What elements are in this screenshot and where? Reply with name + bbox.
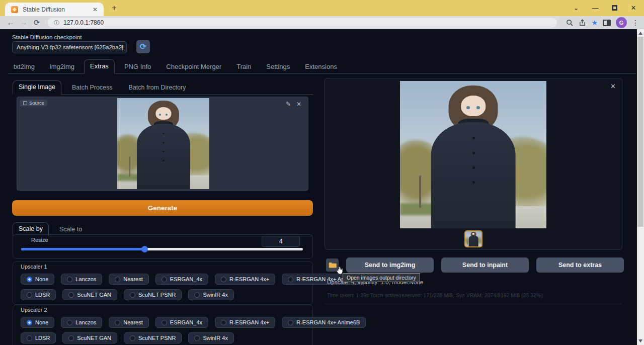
- minimize-button[interactable]: —: [588, 2, 603, 14]
- resize-value-input[interactable]: 4: [262, 236, 300, 247]
- checkpoint-label: Stable Diffusion checkpoint: [12, 34, 82, 40]
- upscaler1-option-r-esrgan-4x[interactable]: R-ESRGAN 4x+: [215, 274, 275, 285]
- option-label: None: [35, 276, 48, 282]
- menu-dots-icon[interactable]: ⋮: [632, 19, 639, 27]
- page-scrollbar[interactable]: [637, 29, 644, 345]
- upscaler1-option-scunet-gan[interactable]: ScuNET GAN: [62, 289, 117, 300]
- radio-icon: [27, 335, 32, 341]
- upscaler2-option-none[interactable]: None: [21, 317, 54, 328]
- radio-icon: [68, 292, 74, 298]
- share-icon[interactable]: [579, 19, 586, 27]
- upscaler1-options-row1: NoneLanczosNearestESRGAN_4xR-ESRGAN 4x+R…: [21, 274, 366, 285]
- address-bar[interactable]: ⓘ 127.0.0.1:7860: [48, 18, 557, 28]
- resize-slider[interactable]: [21, 248, 303, 250]
- chevron-down-icon: ▾: [121, 42, 123, 53]
- site-info-icon[interactable]: ⓘ: [54, 19, 59, 27]
- tab-settings[interactable]: Settings: [261, 60, 295, 74]
- mode-tab-batch-from-directory[interactable]: Batch from Directory: [123, 81, 192, 95]
- option-label: ScuNET GAN: [77, 292, 111, 298]
- upscaler1-option-scunet-psnr[interactable]: ScuNET PSNR: [124, 289, 182, 300]
- tab-checkpoint-merger[interactable]: Checkpoint Merger: [160, 60, 227, 74]
- upscaler1-option-ldsr[interactable]: LDSR: [21, 289, 56, 300]
- gallery-thumbnail-selected[interactable]: [464, 230, 482, 247]
- option-label: Nearest: [123, 276, 143, 282]
- thumbnail-image: [465, 231, 481, 246]
- radio-icon: [68, 335, 74, 341]
- scroll-down-arrow-icon[interactable]: [638, 339, 642, 342]
- tab-extensions[interactable]: Extensions: [299, 60, 343, 74]
- source-image-dropzone[interactable]: Source ✎ ✕: [17, 97, 308, 191]
- radio-icon: [162, 320, 167, 325]
- browser-tab[interactable]: Stable Diffusion ✕: [5, 3, 104, 16]
- tab-search-chevron-icon[interactable]: ⌄: [569, 2, 584, 14]
- upscaler1-option-nearest[interactable]: Nearest: [109, 274, 149, 285]
- upscaler1-option-lanczos[interactable]: Lanczos: [61, 274, 102, 285]
- option-label: ESRGAN_4x: [170, 319, 202, 325]
- upscaler2-label: Upscaler 2: [21, 307, 47, 313]
- reload-icon[interactable]: ⟳: [30, 16, 43, 29]
- radio-icon: [221, 277, 226, 282]
- resize-label: Resize: [31, 237, 48, 243]
- upscaler2-option-ldsr[interactable]: LDSR: [21, 332, 56, 343]
- option-label: Lanczos: [75, 276, 96, 282]
- clear-image-icon[interactable]: ✕: [296, 101, 301, 108]
- upscaler2-option-lanczos[interactable]: Lanczos: [61, 317, 102, 328]
- upscaler2-option-swinir-4x[interactable]: SwinIR 4x: [188, 332, 234, 343]
- upscaler1-option-swinir-4x[interactable]: SwinIR 4x: [188, 289, 234, 300]
- tab-title: Stable Diffusion: [23, 6, 91, 13]
- scrollbar-thumb[interactable]: [637, 37, 643, 227]
- new-tab-button[interactable]: +: [109, 3, 120, 14]
- mode-tabs: Single ImageBatch ProcessBatch from Dire…: [13, 80, 313, 95]
- tab-png-info[interactable]: PNG Info: [119, 60, 156, 74]
- forward-icon[interactable]: →: [17, 16, 30, 29]
- side-panel-icon[interactable]: [603, 20, 611, 26]
- zoom-icon[interactable]: [566, 19, 574, 27]
- upscaler1-options-row2: LDSRScuNET GANScuNET PSNRSwinIR 4x: [21, 289, 234, 300]
- url-text: 127.0.0.1:7860: [63, 19, 104, 26]
- tab-img2img[interactable]: img2img: [44, 60, 80, 74]
- slider-thumb[interactable]: [141, 246, 148, 252]
- upscaler2-option-r-esrgan-4x[interactable]: R-ESRGAN 4x+: [215, 317, 275, 328]
- radio-icon: [115, 320, 120, 325]
- option-label: ScuNET PSNR: [138, 335, 176, 341]
- option-label: R-ESRGAN 4x+: [229, 319, 269, 325]
- window-close-button[interactable]: ✕: [626, 2, 641, 14]
- tab-extras[interactable]: Extras: [84, 59, 115, 74]
- source-image: [117, 98, 209, 189]
- bookmark-star-icon[interactable]: ★: [591, 19, 598, 27]
- generate-button[interactable]: Generate: [12, 200, 313, 216]
- radio-icon: [288, 277, 293, 282]
- webui-page: Stable Diffusion checkpoint Anything-V3-…: [0, 29, 644, 345]
- upscaler2-option-esrgan-4x[interactable]: ESRGAN_4x: [155, 317, 208, 328]
- result-gallery: ✕: [325, 78, 622, 250]
- tab-txt2img[interactable]: txt2img: [8, 60, 40, 74]
- result-image[interactable]: [400, 81, 546, 228]
- restore-button[interactable]: [607, 2, 622, 14]
- send-to-img2img-button[interactable]: Send to img2img: [346, 257, 434, 273]
- footer-stats-text: Time taken: 1.29s Torch active/reserved:…: [327, 292, 543, 298]
- option-label: Lanczos: [75, 319, 96, 325]
- checkpoint-value: Anything-V3-fp32.safetensors [625a2ba2]: [17, 44, 123, 50]
- edit-image-icon[interactable]: ✎: [286, 101, 291, 108]
- gallery-close-icon[interactable]: ✕: [610, 82, 616, 90]
- option-label: LDSR: [35, 335, 50, 341]
- checkpoint-select[interactable]: Anything-V3-fp32.safetensors [625a2ba2] …: [12, 41, 127, 53]
- upscaler1-option-none[interactable]: None: [21, 274, 54, 285]
- upscaler2-option-scunet-psnr[interactable]: ScuNET PSNR: [124, 332, 182, 343]
- send-to-inpaint-button[interactable]: Send to inpaint: [441, 257, 529, 273]
- tab-train[interactable]: Train: [231, 60, 257, 74]
- upscaler2-option-r-esrgan-4x-anime6b[interactable]: R-ESRGAN 4x+ Anime6B: [282, 317, 366, 328]
- scroll-up-arrow-icon[interactable]: [638, 32, 642, 35]
- upscaler2-options-row2: LDSRScuNET GANScuNET PSNRSwinIR 4x: [21, 332, 234, 343]
- upscaler2-option-scunet-gan[interactable]: ScuNET GAN: [62, 332, 117, 343]
- tab-close-icon[interactable]: ✕: [91, 6, 100, 13]
- profile-avatar[interactable]: G: [616, 17, 627, 28]
- refresh-checkpoint-button[interactable]: ⟳: [136, 40, 150, 53]
- mode-tab-batch-process[interactable]: Batch Process: [66, 81, 118, 95]
- upscaler2-option-nearest[interactable]: Nearest: [109, 317, 149, 328]
- back-icon[interactable]: ←: [4, 16, 17, 29]
- upscaler1-option-esrgan-4x[interactable]: ESRGAN_4x: [155, 274, 208, 285]
- mode-tab-single-image[interactable]: Single Image: [13, 80, 61, 95]
- radio-icon: [221, 320, 226, 325]
- send-to-extras-button[interactable]: Send to extras: [536, 257, 624, 273]
